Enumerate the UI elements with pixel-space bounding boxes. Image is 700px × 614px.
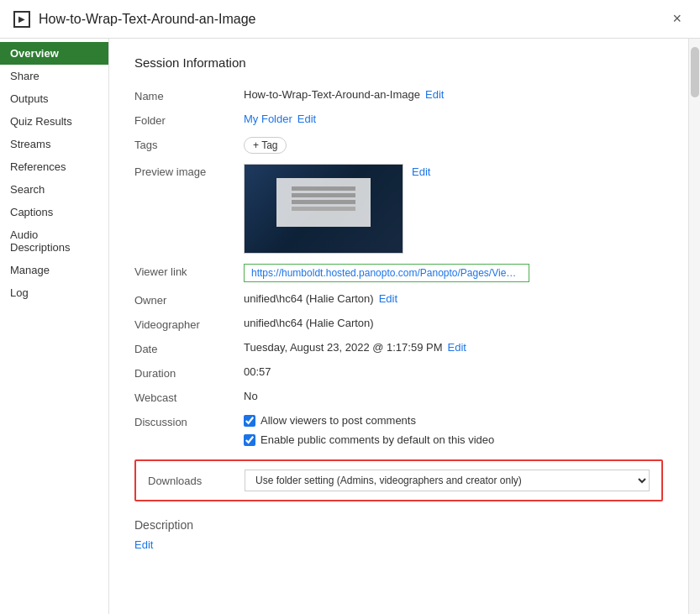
preview-image-row: Preview image Edit bbox=[134, 164, 663, 254]
owner-value: unified\hc64 (Halie Carton) Edit bbox=[244, 292, 663, 305]
sidebar-item-manage[interactable]: Manage bbox=[0, 259, 108, 281]
videographer-label: Videographer bbox=[134, 317, 244, 331]
name-row: Name How-to-Wrap-Text-Around-an-Image Ed… bbox=[134, 88, 663, 102]
folder-row: Folder My Folder Edit bbox=[134, 113, 663, 127]
date-value: Tuesday, August 23, 2022 @ 1:17:59 PM Ed… bbox=[244, 341, 663, 354]
public-comments-label: Enable public comments by default on thi… bbox=[261, 433, 494, 446]
description-section: Description Edit bbox=[134, 518, 663, 551]
viewer-link-row: Viewer link https://humboldt.hosted.pano… bbox=[134, 264, 663, 282]
discussion-value: Allow viewers to post comments Enable pu… bbox=[244, 414, 663, 449]
viewer-link-box[interactable]: https://humboldt.hosted.panopto.com/Pano… bbox=[244, 264, 529, 282]
downloads-section: Downloads Use folder setting (Admins, vi… bbox=[134, 459, 663, 501]
public-comments-checkbox[interactable] bbox=[244, 434, 255, 446]
folder-edit-link[interactable]: Edit bbox=[297, 113, 316, 125]
videographer-row: Videographer unified\hc64 (Halie Carton) bbox=[134, 317, 663, 331]
title-left: ▶ How-to-Wrap-Text-Around-an-Image bbox=[13, 11, 255, 28]
sidebar-item-captions[interactable]: Captions bbox=[0, 201, 108, 223]
webcast-row: Webcast No bbox=[134, 390, 663, 404]
allow-comments-checkbox[interactable] bbox=[244, 415, 255, 427]
sidebar-item-search[interactable]: Search bbox=[0, 178, 108, 201]
owner-edit-link[interactable]: Edit bbox=[379, 292, 397, 305]
name-value: How-to-Wrap-Text-Around-an-Image Edit bbox=[244, 88, 663, 101]
tags-row: Tags + Tag bbox=[134, 137, 663, 154]
description-title: Description bbox=[134, 518, 663, 532]
name-text: How-to-Wrap-Text-Around-an-Image bbox=[244, 88, 420, 101]
sidebar-item-streams[interactable]: Streams bbox=[0, 133, 108, 155]
sidebar-item-references[interactable]: References bbox=[0, 155, 108, 178]
add-tag-button[interactable]: + Tag bbox=[244, 137, 287, 154]
date-edit-link[interactable]: Edit bbox=[448, 341, 466, 354]
discussion-row: Discussion Allow viewers to post comment… bbox=[134, 414, 663, 449]
owner-label: Owner bbox=[134, 292, 244, 307]
date-label: Date bbox=[134, 341, 244, 355]
tags-label: Tags bbox=[134, 137, 244, 151]
sidebar-item-share[interactable]: Share bbox=[0, 65, 108, 87]
preview-image-thumbnail bbox=[244, 164, 403, 254]
title-bar: ▶ How-to-Wrap-Text-Around-an-Image × bbox=[0, 0, 700, 39]
duration-row: Duration 00:57 bbox=[134, 365, 663, 380]
sidebar-item-audio-descriptions[interactable]: Audio Descriptions bbox=[0, 223, 108, 259]
preview-image-label: Preview image bbox=[134, 164, 244, 178]
scrollbar-thumb[interactable] bbox=[691, 47, 699, 97]
video-icon: ▶ bbox=[13, 11, 30, 28]
tags-value: + Tag bbox=[244, 137, 663, 154]
name-edit-link[interactable]: Edit bbox=[425, 88, 444, 101]
folder-link[interactable]: My Folder bbox=[244, 113, 292, 125]
date-row: Date Tuesday, August 23, 2022 @ 1:17:59 … bbox=[134, 341, 663, 355]
close-button[interactable]: × bbox=[667, 8, 687, 29]
sidebar: Overview Share Outputs Quiz Results Stre… bbox=[0, 39, 109, 614]
videographer-text: unified\hc64 (Halie Carton) bbox=[244, 317, 374, 329]
downloads-select[interactable]: Use folder setting (Admins, videographer… bbox=[245, 470, 650, 491]
section-title: Session Information bbox=[134, 55, 663, 75]
preview-image-value: Edit bbox=[244, 164, 663, 254]
sidebar-item-quiz-results[interactable]: Quiz Results bbox=[0, 110, 108, 133]
preview-image-edit-link[interactable]: Edit bbox=[412, 164, 430, 178]
videographer-value: unified\hc64 (Halie Carton) bbox=[244, 317, 663, 329]
discussion-label: Discussion bbox=[134, 414, 244, 428]
duration-value: 00:57 bbox=[244, 365, 663, 378]
info-table: Name How-to-Wrap-Text-Around-an-Image Ed… bbox=[134, 88, 663, 449]
owner-row: Owner unified\hc64 (Halie Carton) Edit bbox=[134, 292, 663, 307]
scrollbar-area bbox=[688, 39, 700, 614]
sidebar-item-log[interactable]: Log bbox=[0, 281, 108, 304]
downloads-label: Downloads bbox=[148, 475, 236, 487]
allow-comments-label: Allow viewers to post comments bbox=[261, 414, 416, 427]
sidebar-item-overview[interactable]: Overview bbox=[0, 42, 108, 65]
viewer-link-label: Viewer link bbox=[134, 264, 244, 278]
folder-label: Folder bbox=[134, 113, 244, 127]
main-layout: Overview Share Outputs Quiz Results Stre… bbox=[0, 39, 700, 614]
thumbnail-simulation bbox=[245, 165, 403, 253]
viewer-link-value: https://humboldt.hosted.panopto.com/Pano… bbox=[244, 264, 663, 282]
content-area: Session Information Name How-to-Wrap-Tex… bbox=[109, 39, 688, 614]
name-label: Name bbox=[134, 88, 244, 102]
webcast-text: No bbox=[244, 390, 258, 402]
description-edit-link[interactable]: Edit bbox=[134, 538, 153, 551]
window-title: How-to-Wrap-Text-Around-an-Image bbox=[39, 12, 255, 27]
date-text: Tuesday, August 23, 2022 @ 1:17:59 PM bbox=[244, 341, 443, 354]
owner-text: unified\hc64 (Halie Carton) bbox=[244, 292, 374, 305]
webcast-value: No bbox=[244, 390, 663, 402]
webcast-label: Webcast bbox=[134, 390, 244, 404]
discussion-checkbox-row-1: Allow viewers to post comments bbox=[244, 414, 416, 427]
duration-label: Duration bbox=[134, 365, 244, 380]
sidebar-item-outputs[interactable]: Outputs bbox=[0, 87, 108, 110]
duration-text: 00:57 bbox=[244, 365, 271, 378]
folder-value: My Folder Edit bbox=[244, 113, 663, 125]
discussion-checkbox-row-2: Enable public comments by default on thi… bbox=[244, 433, 494, 446]
viewer-link-anchor[interactable]: https://humboldt.hosted.panopto.com/Pano… bbox=[251, 267, 529, 279]
